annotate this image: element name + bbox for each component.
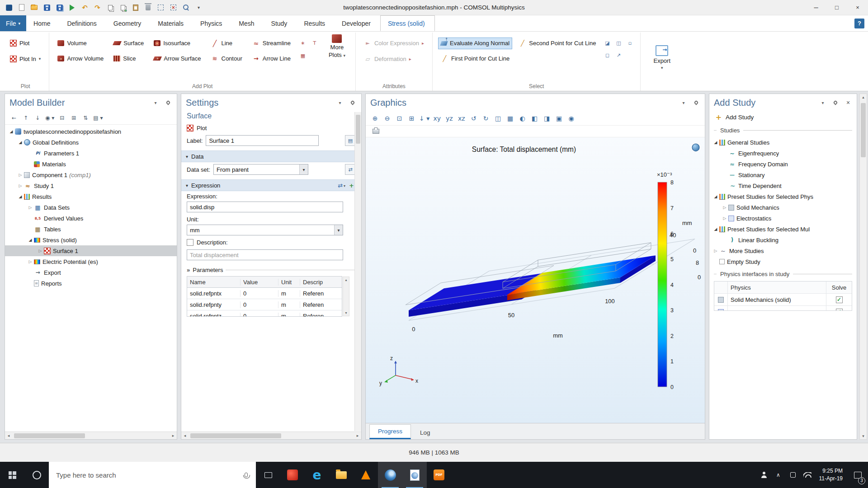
select-mode-icon[interactable]: ▣ (553, 113, 565, 124)
tree-item[interactable]: Stationary (709, 169, 857, 180)
expand-collapse-icon[interactable] (17, 173, 24, 177)
close-button[interactable]: × (847, 0, 868, 15)
scroll-thumb[interactable] (190, 433, 281, 438)
tree-item[interactable]: Export (5, 267, 177, 278)
close-panel-icon[interactable] (844, 99, 852, 107)
pin-icon[interactable] (831, 99, 840, 107)
tab-definitions[interactable]: Definitions (60, 15, 106, 31)
print-icon[interactable] (370, 126, 382, 137)
window-scrollbar[interactable] (859, 94, 867, 440)
view-xz-icon[interactable]: xz (456, 113, 467, 124)
add-isosurface-button[interactable]: Isosurface (151, 38, 203, 49)
tree-item[interactable]: Materials (5, 159, 177, 169)
task-view-button[interactable] (256, 462, 280, 488)
start-button[interactable] (0, 462, 24, 488)
vlc-icon[interactable] (354, 462, 378, 488)
normal-vector-icon[interactable]: ↗ (613, 50, 623, 60)
move-down-icon[interactable]: ↓ (32, 113, 43, 123)
plot-in-button[interactable]: Plot In ▾ (7, 53, 43, 65)
evaluate-along-normal-button[interactable]: Evaluate Along Normal (438, 38, 512, 49)
foxit-pdf-icon[interactable] (427, 462, 451, 488)
tree-item[interactable]: Parameters 1 (5, 148, 177, 159)
onedrive-icon[interactable] (786, 462, 800, 488)
action-center-button[interactable]: 3 (847, 472, 868, 479)
expand-collapse-icon[interactable] (721, 205, 728, 210)
panel-menu-icon[interactable] (336, 99, 344, 107)
collapse-all-icon[interactable]: ⊟ (57, 113, 67, 123)
tree-item[interactable]: Results (5, 191, 177, 202)
people-icon[interactable] (757, 462, 771, 488)
search-input[interactable] (55, 471, 245, 479)
add-contour-button[interactable]: Contour (208, 53, 245, 65)
tree-item[interactable]: Time Dependent (709, 180, 857, 191)
copy-icon[interactable] (104, 1, 116, 14)
go-to-default-view-icon[interactable]: ↓ ▾ (418, 113, 430, 124)
tab-progress[interactable]: Progress (369, 424, 411, 439)
tab-results[interactable]: Results (297, 15, 335, 31)
panel-menu-icon[interactable] (151, 99, 160, 107)
hidden-icons-icon[interactable] (771, 462, 786, 488)
network-icon[interactable] (800, 462, 815, 488)
dataset-select[interactable]: From parent (213, 164, 308, 175)
description-input[interactable] (187, 249, 343, 260)
tree-item[interactable]: Empty Study (709, 256, 857, 267)
sort-icon[interactable]: ⇅ (80, 113, 91, 123)
save-as-icon[interactable] (53, 1, 66, 14)
pin-icon[interactable] (692, 99, 700, 107)
cut-line-3d-icon[interactable]: ◫ (613, 38, 623, 48)
tab-home[interactable]: Home (26, 15, 60, 31)
add-slice-button[interactable]: Slice (111, 53, 146, 65)
add-line-button[interactable]: Line (208, 38, 245, 49)
deselect-icon[interactable] (167, 1, 179, 14)
add-volume-button[interactable]: Volume (55, 38, 106, 49)
tree-item[interactable]: Stress (solid) (5, 235, 177, 245)
zoom-box-icon[interactable]: ⊞ (406, 113, 417, 124)
scroll-left-icon[interactable] (5, 433, 12, 438)
scroll-right-icon[interactable] (354, 433, 361, 438)
tab-study[interactable]: Study (264, 15, 297, 31)
tree-item[interactable]: General Studies (709, 137, 857, 148)
evaluate-all-icon[interactable]: ◻ (602, 50, 612, 60)
scroll-thumb[interactable] (14, 433, 85, 438)
tree-item[interactable]: Solid Mechanics (709, 202, 857, 213)
expression-input[interactable] (187, 202, 343, 212)
horizontal-scrollbar[interactable] (181, 432, 361, 439)
expand-collapse-icon[interactable] (17, 140, 24, 145)
qat-menu-icon[interactable] (193, 1, 205, 14)
deformation-button[interactable]: Deformation ▸ (361, 53, 427, 65)
undo-icon[interactable] (79, 1, 91, 14)
expand-collapse-icon[interactable] (17, 194, 24, 199)
expand-collapse-icon[interactable] (712, 227, 719, 231)
plot-canvas[interactable]: Surface: Total displacement (mm) (366, 137, 705, 423)
label-input[interactable] (206, 135, 319, 146)
unit-select[interactable]: mm (187, 225, 343, 235)
tab-materials[interactable]: Materials (151, 15, 193, 31)
expand-collapse-icon[interactable] (712, 140, 719, 145)
tree-settings-icon[interactable]: ▤ ▾ (92, 113, 104, 123)
rotate-ccw-icon[interactable]: ↺ (468, 113, 479, 124)
pin-icon[interactable] (349, 99, 357, 107)
run-icon[interactable] (66, 1, 78, 14)
help-button[interactable]: ? (854, 19, 864, 28)
expand-collapse-icon[interactable] (712, 249, 719, 253)
expand-all-icon[interactable]: ⊞ (68, 113, 79, 123)
expand-collapse-icon[interactable] (17, 183, 24, 188)
back-icon[interactable]: ← (9, 113, 19, 123)
tree-item[interactable]: Study 1 (5, 180, 177, 191)
scroll-right-icon[interactable] (170, 433, 177, 438)
environment-icon[interactable]: ◨ (541, 113, 552, 124)
tree-item[interactable]: Reports (5, 278, 177, 289)
comsol-document-icon[interactable] (402, 462, 427, 488)
add-surface-button[interactable]: Surface (111, 38, 146, 49)
tree-item[interactable]: Eigenfrequency (709, 148, 857, 159)
microphone-icon[interactable] (245, 473, 248, 477)
tree-item[interactable]: Surface 1 (5, 245, 177, 256)
panel-menu-icon[interactable] (819, 99, 827, 107)
tree-item[interactable]: Component 1 (comp1) (5, 169, 177, 180)
scroll-left-icon[interactable] (181, 433, 189, 438)
view-yz-icon[interactable]: yz (443, 113, 455, 124)
tab-log[interactable]: Log (412, 426, 439, 439)
transparency-icon[interactable]: ◧ (529, 113, 540, 124)
expand-parameters-icon[interactable] (187, 267, 190, 273)
expand-collapse-icon[interactable] (37, 249, 44, 253)
